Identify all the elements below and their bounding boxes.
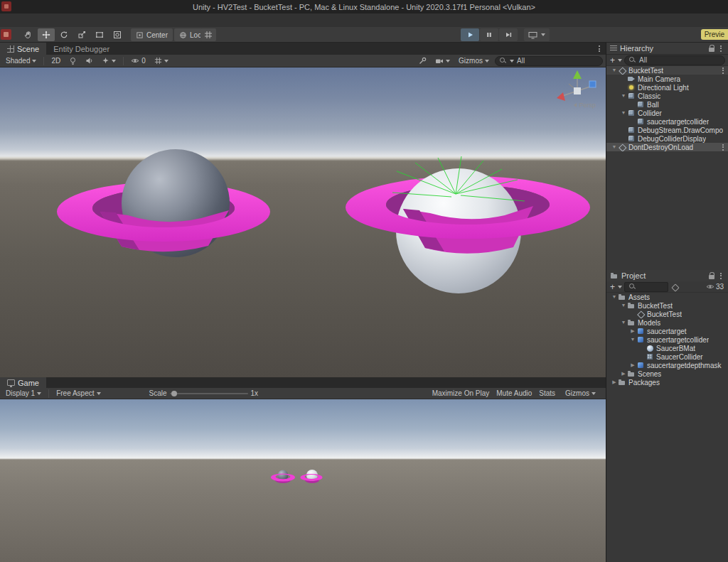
display-dropdown[interactable]	[524, 28, 550, 41]
project-row[interactable]: SaucerCollider	[606, 352, 728, 361]
tab-scene[interactable]: Scene	[0, 43, 46, 55]
play-button[interactable]	[461, 28, 479, 41]
foldout-arrow[interactable]: ▼	[629, 335, 636, 344]
hierarchy-row[interactable]: ▼ Collider	[606, 109, 728, 117]
scene-viewport[interactable]: Persp	[0, 67, 606, 377]
slider-knob[interactable]	[171, 391, 177, 396]
foldout-arrow[interactable]: ▼	[620, 92, 627, 100]
playmode-controls	[461, 28, 518, 41]
hierarchy-row[interactable]: ▼ BucketTest	[606, 66, 728, 75]
game-viewport[interactable]	[0, 399, 606, 562]
lock-icon[interactable]	[708, 272, 714, 279]
hierarchy-row[interactable]: Ball	[606, 100, 728, 109]
shading-mode-dropdown[interactable]: Shaded	[3, 56, 39, 66]
asset-visibility[interactable]: 33	[706, 283, 725, 291]
chevron-down-icon	[37, 392, 41, 395]
gameobject-icon	[636, 117, 645, 126]
hierarchy-row[interactable]: ▼ DontDestroyOnLoad	[606, 143, 728, 151]
game-gizmos-dropdown[interactable]: Gizmos	[562, 389, 599, 399]
kebab-menu-icon[interactable]	[717, 44, 724, 53]
rotate-tool-button[interactable]	[55, 28, 73, 41]
gizmos-dropdown[interactable]: Gizmos	[456, 56, 492, 66]
stats-toggle[interactable]: Stats	[539, 389, 555, 397]
project-header[interactable]: Project	[606, 270, 728, 282]
panel-menu-icon[interactable]	[596, 45, 603, 53]
scale-slider[interactable]	[170, 393, 248, 394]
chevron-down-icon[interactable]	[618, 59, 622, 62]
scale-tool-button[interactable]	[73, 28, 90, 41]
scene-view-toolbar: Shaded 2D 0	[0, 55, 606, 67]
scene-visibility-toggle[interactable]: 0	[128, 56, 149, 66]
chevron-down-icon	[592, 392, 596, 395]
audio-toggle[interactable]	[82, 56, 96, 66]
foldout-arrow[interactable]: ▶	[629, 327, 636, 335]
project-row[interactable]: BucketTest	[606, 310, 728, 318]
tab-game[interactable]: Game	[0, 377, 46, 388]
tool-settings-button[interactable]	[416, 56, 429, 66]
transform-tool-button[interactable]	[109, 28, 126, 41]
foldout-arrow[interactable]: ▼	[611, 293, 618, 301]
lock-icon[interactable]	[708, 45, 714, 52]
foldout-arrow[interactable]: ▶	[611, 378, 618, 387]
display-select-dropdown[interactable]: Display 1	[3, 389, 44, 399]
search-icon	[500, 58, 507, 65]
foldout-arrow[interactable]: ▶	[620, 369, 627, 378]
hierarchy-header[interactable]: Hierarchy	[606, 43, 728, 55]
chevron-down-icon	[446, 60, 450, 63]
foldout-arrow[interactable]: ▼	[611, 143, 618, 151]
maximize-on-play-toggle[interactable]: Maximize On Play	[432, 389, 490, 397]
hierarchy-row[interactable]: Directional Light	[606, 83, 728, 92]
aspect-ratio-dropdown[interactable]: Free Aspect	[53, 389, 103, 399]
row-menu-icon[interactable]	[719, 66, 727, 75]
hierarchy-row[interactable]: DebugColliderDisplay	[606, 134, 728, 143]
pause-button[interactable]	[480, 28, 498, 41]
project-row[interactable]: ▼ Assets	[606, 293, 728, 301]
step-icon	[504, 31, 513, 39]
hierarchy-row[interactable]: ▼ Classic	[606, 92, 728, 100]
gameobject-icon	[636, 100, 645, 109]
label-tag-icon[interactable]	[670, 283, 678, 291]
project-row[interactable]: ▼ Models	[606, 318, 728, 327]
foldout-arrow[interactable]: ▼	[620, 109, 627, 117]
kebab-menu-icon[interactable]	[717, 271, 724, 280]
hierarchy-row[interactable]: saucertargetcollider	[606, 117, 728, 126]
move-tool-button[interactable]	[38, 28, 55, 41]
foldout-arrow[interactable]: ▼	[611, 66, 618, 75]
chevron-down-icon	[485, 60, 489, 63]
grid-snap-button[interactable]	[200, 28, 216, 41]
hand-tool-button[interactable]	[20, 28, 37, 41]
project-row[interactable]: ▼ BucketTest	[606, 301, 728, 310]
create-asset-button[interactable]: +	[609, 282, 616, 292]
scene-search-input[interactable]: All	[495, 56, 603, 66]
row-menu-icon[interactable]	[719, 143, 727, 151]
rect-tool-button[interactable]	[91, 28, 108, 41]
project-search-input[interactable]	[624, 282, 668, 292]
project-row[interactable]: ▶ saucertarget	[606, 327, 728, 335]
effects-dropdown[interactable]	[99, 56, 119, 66]
project-row[interactable]: ▼ saucertargetcollider	[606, 335, 728, 344]
2d-toggle[interactable]: 2D	[48, 56, 63, 66]
foldout-arrow[interactable]: ▼	[620, 301, 627, 310]
projection-mode-label[interactable]: Persp	[574, 102, 596, 109]
project-row[interactable]: ▶ Scenes	[606, 369, 728, 378]
mute-audio-toggle[interactable]: Mute Audio	[496, 389, 532, 397]
material-icon	[646, 344, 654, 352]
lighting-toggle[interactable]	[66, 56, 80, 66]
hierarchy-search-input[interactable]: All	[624, 55, 725, 65]
project-row[interactable]: SaucerBMat	[606, 344, 728, 352]
scene-camera-dropdown[interactable]	[432, 56, 453, 66]
foldout-arrow[interactable]: ▼	[620, 318, 627, 327]
tab-entity-debugger[interactable]: Entity Debugger	[46, 43, 117, 55]
project-row[interactable]: ▶ Packages	[606, 378, 728, 387]
step-button[interactable]	[499, 28, 518, 41]
pivot-toggle-button[interactable]: Center	[131, 28, 173, 41]
hierarchy-row[interactable]: Main Camera	[606, 75, 728, 83]
grid-settings-dropdown[interactable]	[151, 56, 171, 66]
create-object-button[interactable]: +	[609, 55, 616, 65]
foldout-arrow[interactable]: ▶	[629, 361, 636, 369]
project-toolbar: + 33	[606, 281, 728, 293]
project-row[interactable]: ▶ saucertargetdepthmask	[606, 361, 728, 369]
preview-packages-badge[interactable]: Previe	[701, 29, 728, 40]
chevron-down-icon[interactable]	[618, 286, 622, 288]
hierarchy-row[interactable]: DebugStream.DrawCompo	[606, 126, 728, 134]
